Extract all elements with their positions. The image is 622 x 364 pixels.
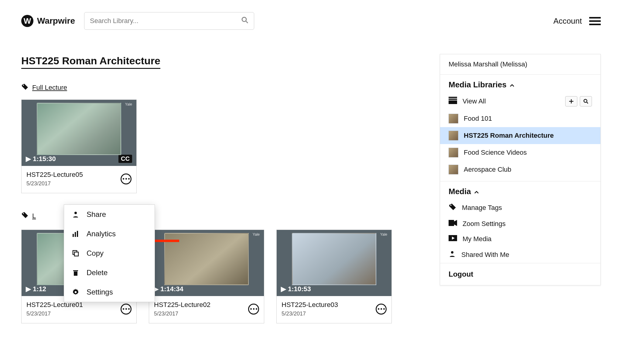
context-settings[interactable]: Settings <box>64 282 155 302</box>
trash-icon <box>71 269 80 276</box>
context-analytics[interactable]: Analytics <box>64 224 155 244</box>
copy-icon <box>71 250 80 257</box>
page-title: HST225 Roman Architecture <box>21 55 160 69</box>
search-library-button[interactable] <box>580 96 592 106</box>
analytics-icon <box>71 230 80 238</box>
chevron-up-icon <box>510 80 514 89</box>
svg-rect-28 <box>449 97 457 98</box>
video-duration: ▶ 1:14:34 <box>153 285 183 293</box>
shared-with-me[interactable]: Shared With Me <box>440 247 600 263</box>
context-copy[interactable]: Copy <box>64 244 155 263</box>
svg-point-33 <box>584 99 587 103</box>
account-link[interactable]: Account <box>553 16 582 26</box>
svg-rect-23 <box>74 252 78 256</box>
video-duration: ▶ 1:10:53 <box>281 285 311 293</box>
play-icon: ▶ <box>26 155 31 163</box>
svg-point-18 <box>74 212 77 214</box>
current-user: Melissa Marshall (Melissa) <box>440 54 600 74</box>
share-icon <box>71 211 80 218</box>
library-food-science[interactable]: Food Science Videos <box>440 144 600 161</box>
video-date: 5/23/2017 <box>154 311 210 317</box>
video-title: HST225-Lecture02 <box>154 301 210 309</box>
svg-rect-29 <box>449 99 457 100</box>
gear-icon <box>71 288 80 296</box>
video-card-02[interactable]: Yale ▶ 1:14:34 HST225-Lecture02 5/23/201… <box>149 230 264 323</box>
svg-rect-36 <box>449 220 454 226</box>
library-food-101[interactable]: Food 101 <box>440 110 600 127</box>
svg-point-16 <box>23 85 24 86</box>
video-title: HST225-Lecture05 <box>26 171 83 179</box>
stack-icon <box>449 97 457 106</box>
tag-label-second: L <box>32 212 36 220</box>
app-name: Warpwire <box>37 16 75 26</box>
context-menu: Share Analytics Copy Delete Settings <box>64 204 155 302</box>
video-thumbnail[interactable]: Yale ▶ 1:15:30 CC <box>22 100 136 166</box>
video-date: 5/23/2017 <box>26 311 83 317</box>
view-all-libraries[interactable]: View All <box>440 93 600 110</box>
video-date: 5/23/2017 <box>26 180 83 187</box>
video-date: 5/23/2017 <box>282 311 338 317</box>
tag-icon <box>449 203 456 213</box>
thumb-brand: Yale <box>380 232 387 237</box>
library-search[interactable] <box>84 12 254 30</box>
menu-icon[interactable] <box>589 17 601 25</box>
svg-rect-25 <box>74 271 77 276</box>
svg-point-35 <box>450 205 452 206</box>
logo-badge-icon: W <box>21 15 33 27</box>
svg-point-40 <box>451 251 453 254</box>
search-icon[interactable] <box>241 16 248 25</box>
svg-point-27 <box>75 291 77 293</box>
card-meta: HST225-Lecture02 5/23/2017 <box>149 296 264 323</box>
thumb-brand: Yale <box>125 102 132 106</box>
svg-rect-21 <box>77 231 78 237</box>
search-input[interactable] <box>90 17 241 25</box>
media-header[interactable]: Media <box>440 181 600 199</box>
card-meta: HST225-Lecture05 5/23/2017 <box>22 166 136 193</box>
svg-rect-20 <box>75 232 76 237</box>
svg-rect-19 <box>73 234 74 237</box>
tag-icon <box>21 83 29 92</box>
play-icon: ▶ <box>26 285 31 293</box>
cc-badge: CC <box>118 155 132 163</box>
person-icon <box>449 250 456 259</box>
svg-rect-24 <box>73 270 78 271</box>
video-duration: ▶ 1:15:30 <box>26 155 56 163</box>
more-options-button[interactable] <box>376 304 387 315</box>
video-thumbnail[interactable]: Yale ▶ 1:10:53 <box>277 230 391 296</box>
media-libraries-header[interactable]: Media Libraries <box>440 75 600 93</box>
chevron-up-icon <box>474 187 479 196</box>
svg-point-0 <box>242 17 246 22</box>
video-card-03[interactable]: Yale ▶ 1:10:53 HST225-Lecture03 5/23/201… <box>276 230 392 323</box>
svg-rect-30 <box>449 100 457 104</box>
more-options-button[interactable] <box>248 304 259 315</box>
play-box-icon <box>449 235 457 243</box>
card-meta: HST225-Lecture03 5/23/2017 <box>277 296 391 323</box>
manage-tags[interactable]: Manage Tags <box>440 199 600 216</box>
library-hst225[interactable]: HST225 Roman Architecture <box>440 127 600 144</box>
context-share[interactable]: Share <box>64 205 155 224</box>
zoom-settings[interactable]: Zoom Settings <box>440 216 600 231</box>
tag-icon <box>21 211 29 221</box>
top-bar: W Warpwire Account <box>21 12 601 30</box>
context-delete[interactable]: Delete <box>64 263 155 282</box>
tag-label: Full Lecture <box>32 84 67 92</box>
side-panel: Melissa Marshall (Melissa) Media Librari… <box>440 54 601 285</box>
video-card-05[interactable]: Yale ▶ 1:15:30 CC HST225-Lecture05 5/23/… <box>21 99 137 193</box>
app-logo[interactable]: W Warpwire <box>21 15 75 27</box>
library-aerospace-club[interactable]: Aerospace Club <box>440 161 600 178</box>
more-options-button[interactable] <box>121 174 132 184</box>
svg-point-17 <box>23 213 24 214</box>
svg-line-1 <box>246 21 248 23</box>
video-duration: ▶ 1:12 <box>26 285 46 293</box>
svg-line-34 <box>587 102 588 103</box>
video-grid: Yale ▶ 1:15:30 CC HST225-Lecture05 5/23/… <box>21 99 386 193</box>
add-library-button[interactable] <box>565 96 577 106</box>
logout-button[interactable]: Logout <box>440 263 600 285</box>
thumb-brand: Yale <box>253 232 260 237</box>
more-options-button[interactable] <box>121 304 132 315</box>
my-media[interactable]: My Media <box>440 231 600 247</box>
camera-icon <box>449 220 457 228</box>
play-icon: ▶ <box>281 285 286 293</box>
video-title: HST225-Lecture03 <box>282 301 338 309</box>
svg-marker-37 <box>454 220 457 226</box>
